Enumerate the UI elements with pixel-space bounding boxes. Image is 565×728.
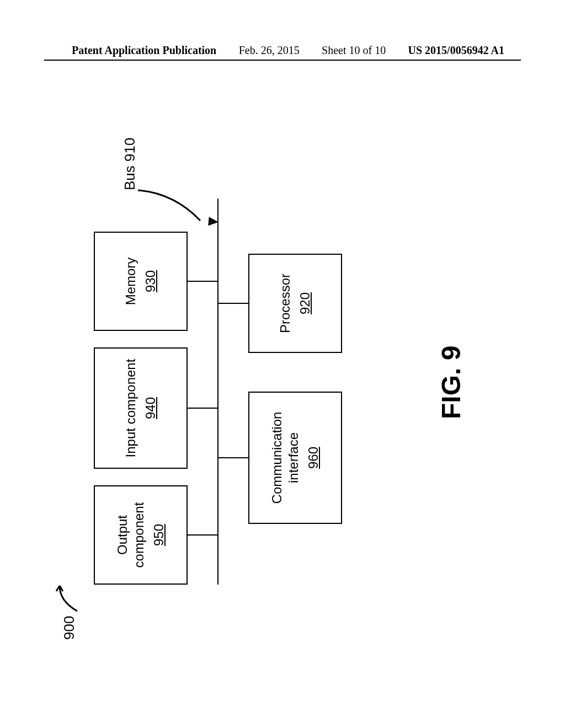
block-title: Communication interface bbox=[269, 393, 302, 523]
publication-label: Patent Application Publication bbox=[72, 44, 216, 57]
block-refnum: 950 bbox=[151, 524, 167, 546]
bus-stub bbox=[217, 303, 248, 304]
block-title: Input component bbox=[122, 359, 139, 458]
arrowhead-icon bbox=[208, 217, 218, 227]
bus-label: Bus 910 bbox=[121, 138, 138, 190]
diagram-ref-900: 900 bbox=[61, 616, 78, 640]
bus-line bbox=[217, 199, 218, 585]
figure-caption: FIG. 9 bbox=[436, 346, 466, 419]
block-memory: Memory 930 bbox=[94, 232, 188, 331]
bus-stub bbox=[217, 457, 248, 458]
block-title: Output component bbox=[114, 486, 147, 584]
block-input-component: Input component 940 bbox=[94, 347, 188, 469]
block-refnum: 930 bbox=[142, 270, 159, 292]
sheet-number: Sheet 10 of 10 bbox=[322, 44, 386, 57]
header-rule bbox=[44, 60, 521, 61]
bus-stub bbox=[188, 534, 218, 536]
publication-number: US 2015/0056942 A1 bbox=[408, 44, 504, 57]
bus-stub bbox=[188, 281, 218, 282]
block-communication-interface: Communication interface 960 bbox=[248, 392, 342, 524]
publication-date: Feb. 26, 2015 bbox=[239, 44, 300, 57]
block-refnum: 940 bbox=[142, 397, 159, 419]
figure-area: 900 Output component 950 Input component… bbox=[33, 88, 530, 662]
page: Patent Application Publication Feb. 26, … bbox=[0, 0, 565, 728]
page-header: Patent Application Publication Feb. 26, … bbox=[0, 44, 565, 57]
block-processor: Processor 920 bbox=[248, 254, 342, 353]
lead-arrow-icon bbox=[55, 579, 83, 612]
block-refnum: 920 bbox=[297, 292, 313, 314]
block-refnum: 960 bbox=[305, 447, 322, 469]
block-title: Processor bbox=[277, 274, 294, 333]
bus-leader-line bbox=[135, 185, 201, 223]
block-title: Memory bbox=[122, 258, 139, 306]
figure-rotated-canvas: 900 Output component 950 Input component… bbox=[33, 88, 530, 662]
block-output-component: Output component 950 bbox=[94, 485, 188, 585]
bus-stub bbox=[188, 408, 218, 409]
